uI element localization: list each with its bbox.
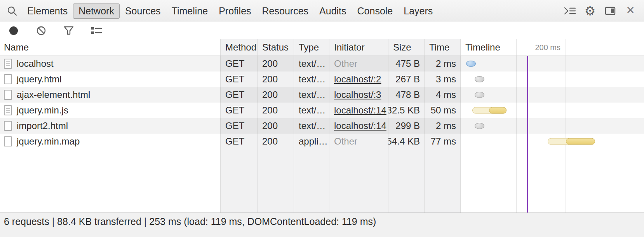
status-bar: 6 requests | 88.4 KB transferred | 253 m…	[0, 213, 644, 237]
row-method: GET	[221, 103, 258, 118]
file-icon	[4, 136, 12, 146]
column-header-time[interactable]: Time	[425, 39, 461, 56]
timeline-scale-label: 200 ms	[517, 39, 560, 56]
table-row[interactable]: jquery.min.js GET 200 text/… localhost/:…	[0, 103, 644, 118]
row-type: text/…	[294, 103, 329, 118]
row-status: 200	[258, 71, 294, 87]
row-size: 475 B	[388, 56, 425, 71]
row-method: GET	[221, 71, 258, 87]
tab-network[interactable]: Network	[73, 3, 120, 19]
row-name-label: jquery.html	[17, 74, 62, 85]
tab-profiles[interactable]: Profiles	[213, 3, 256, 19]
file-icon	[4, 90, 12, 100]
row-size: 32.5 KB	[388, 103, 425, 118]
search-icon[interactable]	[5, 4, 19, 17]
row-timeline	[461, 134, 644, 149]
row-name-label: jquery.min.js	[17, 105, 68, 116]
devtools-window: ElementsNetworkSourcesTimelineProfilesRe…	[0, 0, 644, 237]
row-initiator[interactable]: localhost/:3	[329, 87, 388, 103]
tab-sources[interactable]: Sources	[120, 3, 166, 19]
name-cell: localhost	[0, 56, 221, 71]
row-time: 77 ms	[425, 134, 461, 149]
table-row[interactable]: jquery.html GET 200 text/… localhost/:2 …	[0, 71, 644, 87]
tab-resources[interactable]: Resources	[257, 3, 314, 19]
row-type: text/…	[294, 56, 329, 71]
name-cell: jquery.min.map	[0, 134, 221, 149]
row-name-label: localhost	[17, 58, 54, 69]
file-icon	[4, 74, 12, 84]
row-status: 200	[258, 103, 294, 118]
timeline-bar-solid-segment	[566, 138, 595, 145]
row-method: GET	[221, 118, 258, 134]
tab-strip: ElementsNetworkSourcesTimelineProfilesRe…	[22, 0, 438, 22]
column-header-status[interactable]: Status	[258, 39, 294, 56]
row-method: GET	[221, 134, 258, 149]
row-type: text/…	[294, 118, 329, 134]
tab-timeline[interactable]: Timeline	[166, 3, 214, 19]
table-row[interactable]: jquery.min.map GET 200 appli… Other 54.4…	[0, 134, 644, 149]
row-name-label: import2.html	[17, 120, 68, 131]
row-time: 50 ms	[425, 103, 461, 118]
row-method: GET	[221, 87, 258, 103]
close-icon[interactable]: ×	[623, 3, 638, 18]
show-drawer-icon[interactable]	[562, 3, 577, 18]
column-header-size[interactable]: Size	[388, 39, 425, 56]
tab-elements[interactable]: Elements	[22, 3, 73, 19]
timeline-bar	[548, 138, 595, 145]
row-timeline	[461, 71, 644, 87]
name-cell: jquery.html	[0, 71, 221, 87]
row-status: 200	[258, 56, 294, 71]
file-icon	[4, 121, 12, 131]
row-time: 4 ms	[425, 87, 461, 103]
tab-layers[interactable]: Layers	[398, 3, 438, 19]
row-status: 200	[258, 118, 294, 134]
timeline-dot	[475, 123, 484, 129]
row-status: 200	[258, 87, 294, 103]
name-cell: import2.html	[0, 118, 221, 134]
row-type: text/…	[294, 71, 329, 87]
row-status: 200	[258, 134, 294, 149]
column-header-type[interactable]: Type	[294, 39, 329, 56]
tab-audits[interactable]: Audits	[314, 3, 352, 19]
tab-console[interactable]: Console	[352, 3, 399, 19]
row-initiator: Other	[329, 56, 388, 71]
row-type: appli…	[294, 134, 329, 149]
load-event-line	[527, 56, 528, 213]
table-row[interactable]: localhost GET 200 text/… Other 475 B 2 m…	[0, 56, 644, 71]
row-name-label: jquery.min.map	[17, 136, 80, 147]
clear-icon[interactable]	[34, 23, 49, 38]
name-cell: ajax-element.html	[0, 87, 221, 103]
row-initiator[interactable]: localhost/:14	[329, 103, 388, 118]
settings-gear-icon[interactable]: ⚙	[583, 3, 597, 18]
row-initiator[interactable]: localhost/:2	[329, 71, 388, 87]
file-icon	[4, 105, 12, 115]
row-time: 2 ms	[425, 56, 461, 71]
resource-rows-icon[interactable]	[89, 23, 104, 38]
filter-icon[interactable]	[61, 23, 76, 38]
row-time: 2 ms	[425, 118, 461, 134]
column-header-method[interactable]: Method	[221, 39, 258, 56]
table-row[interactable]: import2.html GET 200 text/… localhost/:1…	[0, 118, 644, 134]
row-size: 54.4 KB	[388, 134, 425, 149]
column-header-initiator[interactable]: Initiator	[329, 39, 388, 56]
timeline-bar-solid-segment	[489, 107, 506, 114]
row-timeline	[461, 118, 644, 134]
row-timeline	[461, 56, 644, 71]
table-row[interactable]: ajax-element.html GET 200 text/… localho…	[0, 87, 644, 103]
row-initiator[interactable]: localhost/:14	[329, 118, 388, 134]
record-icon[interactable]	[6, 23, 21, 38]
row-size: 267 B	[388, 71, 425, 87]
requests-summary: 6 requests | 88.4 KB transferred | 253 m…	[4, 216, 376, 227]
row-name-label: ajax-element.html	[17, 89, 90, 100]
devtools-tabbar: ElementsNetworkSourcesTimelineProfilesRe…	[0, 0, 644, 22]
row-timeline	[461, 103, 644, 118]
timeline-dot	[475, 76, 484, 82]
file-icon	[4, 59, 12, 69]
column-header-name[interactable]: Name	[0, 39, 221, 56]
row-initiator: Other	[329, 134, 388, 149]
row-timeline	[461, 87, 644, 103]
row-type: text/…	[294, 87, 329, 103]
timeline-bar	[472, 107, 506, 114]
name-cell: jquery.min.js	[0, 103, 221, 118]
dock-side-icon[interactable]	[603, 3, 618, 18]
